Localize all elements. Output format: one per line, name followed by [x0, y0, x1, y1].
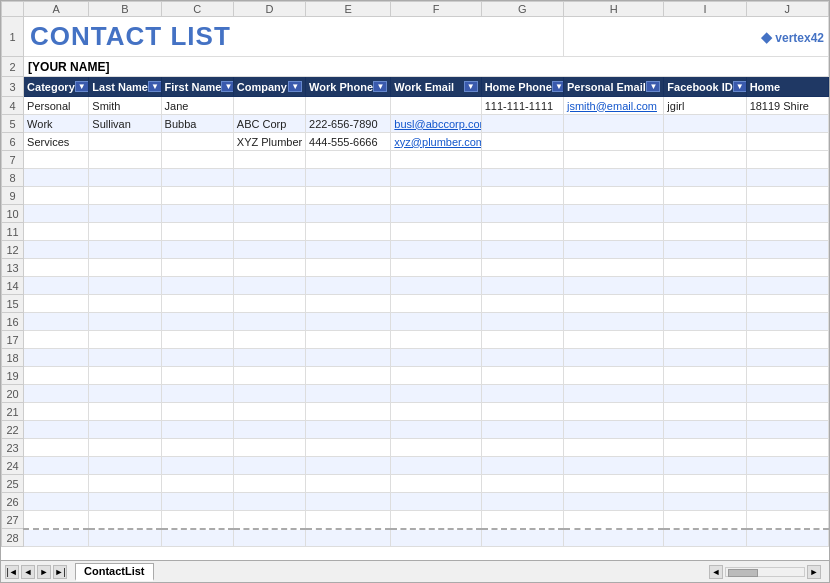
- cell-16-col4[interactable]: [306, 313, 391, 331]
- cell-9-col8[interactable]: [664, 187, 746, 205]
- cell-14-col2[interactable]: [161, 277, 233, 295]
- cell-15-col5[interactable]: [391, 295, 481, 313]
- cell-17-col2[interactable]: [161, 331, 233, 349]
- cell-22-col5[interactable]: [391, 421, 481, 439]
- cell-21-col3[interactable]: [233, 403, 305, 421]
- cell-25-col4[interactable]: [306, 475, 391, 493]
- cell-17-col4[interactable]: [306, 331, 391, 349]
- cell-19-col5[interactable]: [391, 367, 481, 385]
- cell-4-company[interactable]: [233, 97, 305, 115]
- cell-7-col1[interactable]: [89, 151, 161, 169]
- cell-7-col2[interactable]: [161, 151, 233, 169]
- cell-24-col9[interactable]: [746, 457, 828, 475]
- cell-13-col5[interactable]: [391, 259, 481, 277]
- cell-27-col4[interactable]: [306, 511, 391, 529]
- cell-21-col2[interactable]: [161, 403, 233, 421]
- personalemail-dropdown-icon[interactable]: ▼: [646, 81, 660, 92]
- cell-13-col6[interactable]: [481, 259, 563, 277]
- cell-6-home[interactable]: [746, 133, 828, 151]
- cell-18-col9[interactable]: [746, 349, 828, 367]
- cell-28-col4[interactable]: [306, 529, 391, 547]
- cell-23-col7[interactable]: [563, 439, 663, 457]
- cell-27-col7[interactable]: [563, 511, 663, 529]
- cell-25-col5[interactable]: [391, 475, 481, 493]
- col-header-c[interactable]: C: [161, 2, 233, 17]
- cell-9-col4[interactable]: [306, 187, 391, 205]
- cell-26-col5[interactable]: [391, 493, 481, 511]
- cell-27-col6[interactable]: [481, 511, 563, 529]
- cell-21-col9[interactable]: [746, 403, 828, 421]
- cell-10-col0[interactable]: [24, 205, 89, 223]
- cell-17-col7[interactable]: [563, 331, 663, 349]
- cell-10-col2[interactable]: [161, 205, 233, 223]
- cell-8-col4[interactable]: [306, 169, 391, 187]
- cell-8-col7[interactable]: [563, 169, 663, 187]
- cell-12-col5[interactable]: [391, 241, 481, 259]
- cell-8-col2[interactable]: [161, 169, 233, 187]
- cell-6-firstname[interactable]: [161, 133, 233, 151]
- cell-8-col0[interactable]: [24, 169, 89, 187]
- cell-16-col3[interactable]: [233, 313, 305, 331]
- cell-19-col8[interactable]: [664, 367, 746, 385]
- cell-12-col3[interactable]: [233, 241, 305, 259]
- cell-12-col9[interactable]: [746, 241, 828, 259]
- cell-14-col4[interactable]: [306, 277, 391, 295]
- header-last-name[interactable]: Last Name ▼: [89, 77, 161, 97]
- cell-14-col5[interactable]: [391, 277, 481, 295]
- cell-9-col1[interactable]: [89, 187, 161, 205]
- cell-6-homephone[interactable]: [481, 133, 563, 151]
- cell-27-col1[interactable]: [89, 511, 161, 529]
- cell-11-col8[interactable]: [664, 223, 746, 241]
- cell-25-col7[interactable]: [563, 475, 663, 493]
- cell-28-col2[interactable]: [161, 529, 233, 547]
- cell-22-col1[interactable]: [89, 421, 161, 439]
- header-company[interactable]: Company ▼: [233, 77, 305, 97]
- cell-5-lastname[interactable]: Sullivan: [89, 115, 161, 133]
- your-name-cell[interactable]: [YOUR NAME]: [24, 57, 829, 77]
- cell-28-col7[interactable]: [563, 529, 663, 547]
- cell-27-col3[interactable]: [233, 511, 305, 529]
- cell-20-col5[interactable]: [391, 385, 481, 403]
- tab-nav-prev[interactable]: ◄: [21, 565, 35, 579]
- cell-10-col7[interactable]: [563, 205, 663, 223]
- cell-24-col3[interactable]: [233, 457, 305, 475]
- col-header-h[interactable]: H: [563, 2, 663, 17]
- col-header-i[interactable]: I: [664, 2, 746, 17]
- cell-20-col1[interactable]: [89, 385, 161, 403]
- cell-12-col0[interactable]: [24, 241, 89, 259]
- cell-17-col8[interactable]: [664, 331, 746, 349]
- cell-24-col5[interactable]: [391, 457, 481, 475]
- cell-20-col0[interactable]: [24, 385, 89, 403]
- cell-13-col9[interactable]: [746, 259, 828, 277]
- cell-23-col3[interactable]: [233, 439, 305, 457]
- cell-28-col6[interactable]: [481, 529, 563, 547]
- cell-19-col4[interactable]: [306, 367, 391, 385]
- header-home[interactable]: Home: [746, 77, 828, 97]
- scroll-left-btn[interactable]: ◄: [709, 565, 723, 579]
- cell-15-col6[interactable]: [481, 295, 563, 313]
- header-category[interactable]: Category ▼: [24, 77, 89, 97]
- cell-17-col5[interactable]: [391, 331, 481, 349]
- cell-27-col9[interactable]: [746, 511, 828, 529]
- cell-19-col1[interactable]: [89, 367, 161, 385]
- cell-26-col1[interactable]: [89, 493, 161, 511]
- header-facebook-id[interactable]: Facebook ID ▼: [664, 77, 746, 97]
- cell-11-col6[interactable]: [481, 223, 563, 241]
- cell-23-col9[interactable]: [746, 439, 828, 457]
- cell-9-col9[interactable]: [746, 187, 828, 205]
- cell-14-col0[interactable]: [24, 277, 89, 295]
- cell-8-col9[interactable]: [746, 169, 828, 187]
- scroll-right-btn[interactable]: ►: [807, 565, 821, 579]
- cell-24-col0[interactable]: [24, 457, 89, 475]
- cell-5-company[interactable]: ABC Corp: [233, 115, 305, 133]
- cell-26-col9[interactable]: [746, 493, 828, 511]
- cell-13-col7[interactable]: [563, 259, 663, 277]
- h-scrollbar-thumb[interactable]: [728, 569, 758, 577]
- cell-18-col6[interactable]: [481, 349, 563, 367]
- cell-23-col0[interactable]: [24, 439, 89, 457]
- cell-22-col0[interactable]: [24, 421, 89, 439]
- cell-18-col3[interactable]: [233, 349, 305, 367]
- facebookid-dropdown-icon[interactable]: ▼: [733, 81, 746, 92]
- cell-5-workphone[interactable]: 222-656-7890: [306, 115, 391, 133]
- cell-14-col3[interactable]: [233, 277, 305, 295]
